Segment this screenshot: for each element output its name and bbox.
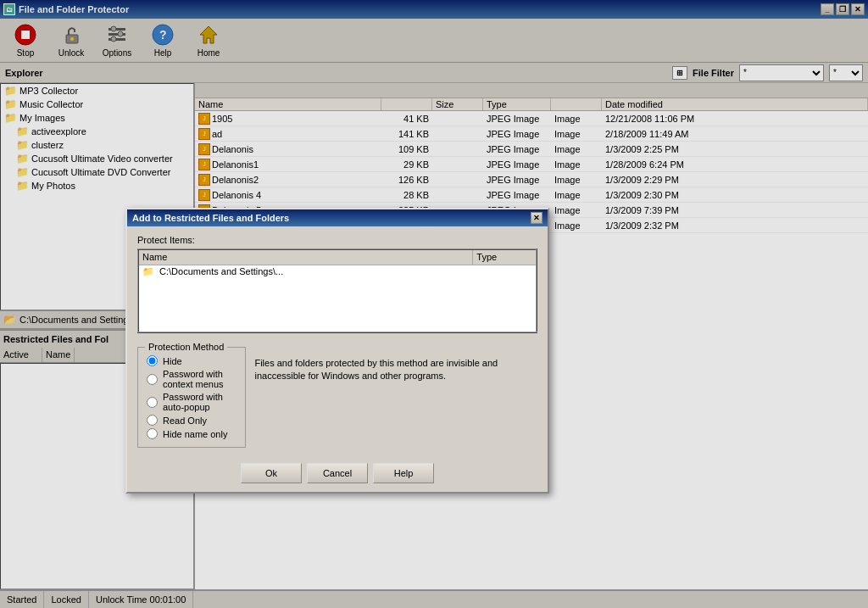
tree-item-music[interactable]: 📁 Music Collector: [1, 98, 193, 111]
options-button[interactable]: Options: [95, 21, 139, 60]
read-only-row[interactable]: Read Only: [147, 415, 236, 426]
file-name: 1905: [212, 114, 232, 124]
file-date: 1/3/2009 7:39 PM: [602, 204, 868, 216]
dialog-body: Protect Items: Name Type 📁 C:\Documents …: [127, 226, 548, 456]
tree-item-myphotos[interactable]: 📁 My Photos: [1, 179, 193, 192]
cancel-button[interactable]: Cancel: [307, 463, 368, 483]
svg-point-3: [70, 37, 74, 41]
unlock-button[interactable]: Unlock: [49, 21, 93, 60]
file-name: Delanonis2: [212, 175, 259, 185]
name-column-header: Name: [138, 249, 473, 265]
dialog-buttons: Ok Cancel Help: [127, 456, 548, 492]
file-row[interactable]: J Delanonis 109 KB JPEG Image Image 1/3/…: [195, 142, 868, 157]
stop-icon: [14, 23, 37, 47]
file-name: Delanonis1: [212, 159, 259, 170]
folder-icon: 📁: [16, 126, 29, 137]
file-type1: JPEG Image: [483, 189, 551, 201]
password-context-row[interactable]: Password with context menus: [147, 369, 236, 389]
help-button[interactable]: ? Help: [141, 21, 185, 60]
unlock-icon: [59, 23, 83, 47]
file-type2: Image: [551, 128, 602, 140]
file-size: 109 KB: [381, 143, 432, 155]
file-filter-select1[interactable]: *: [739, 64, 824, 81]
stop-button[interactable]: Stop: [3, 21, 47, 60]
hide-label: Hide: [163, 356, 182, 366]
password-popup-radio[interactable]: [147, 397, 158, 408]
protection-content-row: Protection Method Hide Password with con…: [137, 340, 537, 448]
file-type2: Image: [551, 189, 602, 201]
hide-option-row[interactable]: Hide: [147, 355, 236, 366]
read-only-radio[interactable]: [147, 415, 158, 426]
password-context-radio[interactable]: [147, 374, 158, 385]
svg-point-8: [118, 31, 123, 36]
hide-radio[interactable]: [147, 355, 158, 366]
status-unlock-time: Unlock Time 00:01:00: [89, 591, 193, 608]
file-row[interactable]: J Delanonis1 29 KB JPEG Image Image 1/28…: [195, 157, 868, 172]
options-label: Options: [103, 48, 131, 58]
close-button[interactable]: ✕: [851, 3, 865, 15]
protect-item-row: 📁 C:\Documents and Settings\...: [138, 265, 537, 332]
svg-marker-12: [200, 26, 217, 43]
svg-rect-1: [21, 31, 30, 39]
folder-icon: 📁: [16, 153, 29, 165]
file-row[interactable]: J 1905 41 KB JPEG Image Image 12/21/2008…: [195, 111, 868, 126]
filter-icon: ⊞: [672, 66, 687, 80]
file-list-header: Name Size Type Date modified: [195, 98, 868, 111]
file-date: 2/18/2009 11:49 AM: [602, 128, 868, 140]
svg-point-9: [111, 36, 116, 42]
ok-button[interactable]: Ok: [241, 463, 302, 483]
tree-item-myimages[interactable]: 📁 My Images: [1, 111, 193, 125]
dialog-help-button[interactable]: Help: [373, 463, 434, 483]
tree-item-video-converter[interactable]: 📁 Cucusoft Ultimate Video converter: [1, 152, 193, 165]
file-icon: J: [198, 174, 210, 186]
type-column-header: Type: [473, 249, 537, 265]
kb-header: Size: [432, 98, 483, 110]
status-bar: Started Locked Unlock Time 00:01:00: [0, 589, 868, 608]
type2-header: [551, 98, 602, 110]
file-filter-select2[interactable]: *: [829, 64, 863, 81]
hide-name-radio[interactable]: [147, 428, 158, 439]
restore-button[interactable]: ❐: [836, 3, 849, 15]
file-date: 1/28/2009 6:24 PM: [602, 159, 868, 170]
file-icon: J: [198, 189, 210, 201]
protect-item-icon: 📁: [142, 266, 154, 276]
file-row[interactable]: J Delanonis2 126 KB JPEG Image Image 1/3…: [195, 172, 868, 187]
folder-icon: 📁: [4, 98, 17, 110]
minimize-button[interactable]: _: [821, 3, 834, 15]
tree-item-dvd-converter[interactable]: 📁 Cucusoft Ultimate DVD Converter: [1, 165, 193, 179]
explorer-label: Explorer: [5, 68, 43, 78]
file-row[interactable]: J Delanonis 4 28 KB JPEG Image Image 1/3…: [195, 187, 868, 203]
folder-icon: 📁: [16, 180, 29, 192]
file-type1: JPEG Image: [483, 113, 551, 125]
file-size: 141 KB: [381, 128, 432, 140]
file-filter-label: File Filter: [693, 68, 734, 78]
file-date: 1/3/2009 2:29 PM: [602, 174, 868, 186]
hide-name-row[interactable]: Hide name only: [147, 428, 236, 439]
svg-text:?: ?: [159, 28, 167, 42]
home-button[interactable]: Home: [186, 21, 231, 60]
file-type2: Image: [551, 204, 602, 216]
folder-icon: 📁: [4, 112, 17, 124]
protect-items-table: Name Type 📁 C:\Documents and Settings\..…: [137, 248, 537, 333]
tree-item-mp3[interactable]: 📁 MP3 Collector: [1, 84, 193, 98]
status-started: Started: [0, 591, 44, 608]
password-context-label: Password with context menus: [163, 369, 236, 389]
hide-name-label: Hide name only: [163, 429, 227, 439]
file-icon: J: [198, 159, 210, 170]
password-popup-row[interactable]: Password with auto-popup: [147, 392, 236, 412]
tree-item-clusterz[interactable]: 📁 clusterz: [1, 138, 193, 152]
file-size: 126 KB: [381, 174, 432, 186]
add-restricted-dialog: Add to Restricted Files and Folders ✕ Pr…: [125, 208, 549, 494]
path-folder-icon: 📂: [3, 314, 16, 326]
home-label: Home: [198, 48, 220, 58]
options-icon: [105, 23, 129, 47]
file-size: 41 KB: [381, 113, 432, 125]
home-icon: [197, 23, 220, 47]
tree-item-activeexplore[interactable]: 📁 activeexplore: [1, 125, 193, 138]
dialog-close-button[interactable]: ✕: [531, 212, 542, 224]
active-col-header: Active: [0, 348, 42, 362]
date-header: Date modified: [602, 98, 868, 110]
password-popup-label: Password with auto-popup: [163, 392, 236, 412]
file-row[interactable]: J ad 141 KB JPEG Image Image 2/18/2009 1…: [195, 126, 868, 142]
protection-method-group: Protection Method Hide Password with con…: [137, 347, 246, 448]
